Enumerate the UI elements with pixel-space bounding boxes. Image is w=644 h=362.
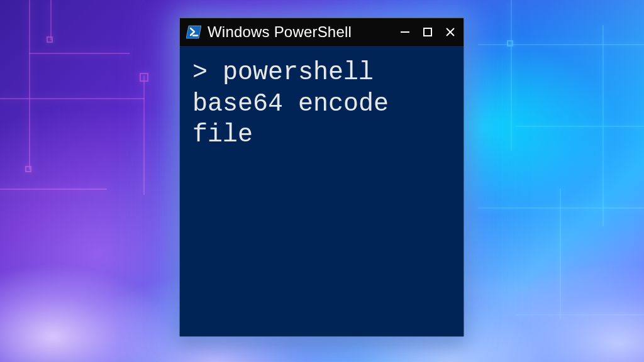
minimize-icon — [399, 26, 411, 38]
svg-rect-4 — [424, 28, 431, 36]
maximize-icon — [422, 26, 433, 38]
close-icon — [445, 26, 456, 38]
command-text: powershell base64 encode file — [192, 58, 404, 149]
window-controls — [398, 25, 457, 39]
terminal-body[interactable]: > powershell base64 encode file — [180, 46, 464, 336]
minimize-button[interactable] — [398, 25, 412, 39]
powershell-icon — [186, 25, 201, 40]
powershell-window: Windows PowerShell > powershell base64 — [179, 18, 464, 337]
command-line: > powershell base64 encode file — [192, 57, 451, 151]
titlebar[interactable]: Windows PowerShell — [180, 18, 464, 46]
close-button[interactable] — [443, 25, 457, 39]
window-title: Windows PowerShell — [208, 23, 352, 41]
prompt-symbol: > — [192, 58, 208, 87]
maximize-button[interactable] — [421, 25, 435, 39]
